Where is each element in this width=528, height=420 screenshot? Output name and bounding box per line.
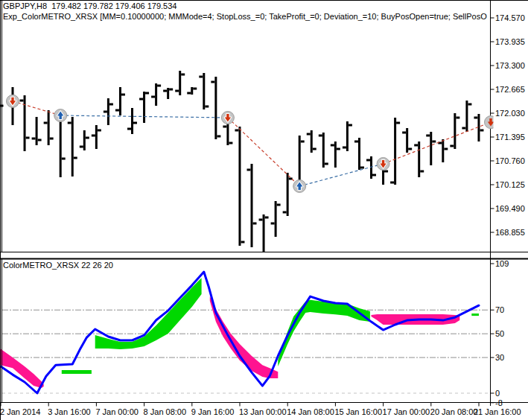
time-axis-label: 2 Jan 2014	[0, 407, 40, 416]
time-axis-label: 17 Jan 00:00	[383, 407, 430, 416]
time-axis[interactable]: 2 Jan 20143 Jan 16:007 Jan 00:008 Jan 08…	[0, 403, 521, 416]
panel-frames	[0, 0, 528, 420]
price-axis-label: 170.760	[495, 156, 525, 165]
indicator-line	[1, 272, 479, 393]
chart-canvas[interactable]: 174.570173.935173.300172.665172.030171.3…	[0, 0, 528, 420]
ea-parameters-line: Exp_ColorMETRO_XRSX [MM=0.10000000; MMMo…	[3, 12, 487, 22]
price-axis-label: 174.570	[495, 13, 525, 22]
time-axis-label: 20 Jan 08:00	[430, 407, 478, 416]
indicator-axis-label: 50	[495, 329, 504, 338]
price-axis-label: 168.855	[495, 228, 525, 237]
indicator-band-bull	[62, 278, 479, 374]
indicator-axis-label: 109	[495, 259, 509, 268]
indicator-axis-label: 0	[495, 389, 500, 398]
trend-line-sell[interactable]	[13, 101, 60, 115]
price-axis-label: 169.490	[495, 204, 525, 213]
price-axis-label: 173.300	[495, 61, 525, 70]
price-axis-label: 173.935	[495, 37, 525, 46]
indicator-axis-label: 30	[495, 353, 504, 362]
indicator-band	[471, 314, 479, 316]
time-axis-label: 7 Jan 00:00	[95, 407, 139, 416]
price-axis-label: 172.665	[495, 85, 525, 94]
time-axis-label: 3 Jan 16:00	[48, 407, 91, 416]
trend-line-sell[interactable]	[384, 122, 491, 164]
time-axis-label: 8 Jan 08:00	[144, 407, 187, 416]
indicator-axis-label: 70	[495, 305, 504, 314]
indicator-axis-label: -8	[495, 398, 503, 407]
time-axis-label: 13 Jan 00:00	[239, 407, 287, 416]
time-axis-label: 9 Jan 16:00	[191, 407, 235, 416]
mt-chart-window: 174.570173.935173.300172.665172.030171.3…	[0, 0, 528, 420]
time-axis-label: 21 Jan 16:00	[474, 407, 521, 416]
price-axis-label: 171.395	[495, 133, 525, 141]
indicator-band	[210, 296, 279, 378]
price-axis-label: 170.125	[495, 180, 525, 189]
chart-symbol-ohlc: GBPJPY,H8 179.482 179.782 179.406 179.53…	[3, 1, 487, 11]
indicator-band	[0, 349, 44, 388]
price-bars	[0, 71, 483, 252]
time-axis-label: 14 Jan 08:00	[287, 407, 334, 416]
time-axis-label: 15 Jan 16:00	[334, 407, 382, 416]
indicator-band	[62, 370, 92, 374]
price-axis-label: 172.030	[495, 109, 525, 118]
indicator-subwindow-label: ColorMETRO_XRSX 22 26 20	[3, 261, 113, 270]
trend-line-sell[interactable]	[228, 118, 299, 186]
